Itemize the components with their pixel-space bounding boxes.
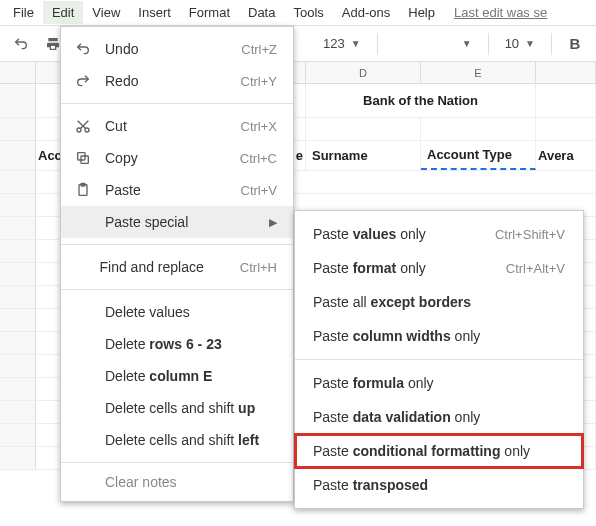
menu-insert[interactable]: Insert: [129, 1, 180, 24]
header-avera: Avera: [536, 141, 596, 170]
paste-special-submenu: Paste values only Ctrl+Shift+V Paste for…: [294, 210, 584, 509]
caret-down-icon: ▼: [525, 38, 535, 49]
font-size-select[interactable]: 10 ▼: [499, 36, 541, 51]
submenu-paste-values[interactable]: Paste values only Ctrl+Shift+V: [295, 217, 583, 251]
submenu-paste-transposed[interactable]: Paste transposed: [295, 468, 583, 502]
menu-find-replace-label: Find and replace: [100, 259, 204, 275]
submenu-paste-except-borders[interactable]: Paste all except borders: [295, 285, 583, 319]
menu-delete-shift-up[interactable]: Delete cells and shift up: [61, 392, 293, 424]
menu-undo-label: Undo: [105, 41, 205, 57]
menu-help[interactable]: Help: [399, 1, 444, 24]
menu-cut[interactable]: Cut Ctrl+X: [61, 110, 293, 142]
submenu-paste-values-shortcut: Ctrl+Shift+V: [495, 227, 565, 242]
menu-file[interactable]: File: [4, 1, 43, 24]
menu-edit[interactable]: Edit: [43, 1, 83, 24]
number-format-select[interactable]: 123 ▼: [317, 36, 367, 51]
copy-icon: [73, 150, 93, 166]
submenu-paste-format-shortcut: Ctrl+Alt+V: [506, 261, 565, 276]
menu-addons[interactable]: Add-ons: [333, 1, 399, 24]
submenu-paste-data-validation[interactable]: Paste data validation only: [295, 400, 583, 434]
menu-copy[interactable]: Copy Ctrl+C: [61, 142, 293, 174]
col-header-e[interactable]: E: [421, 62, 536, 83]
menu-delete-column[interactable]: Delete column E: [61, 360, 293, 392]
menu-delete-shift-left[interactable]: Delete cells and shift left: [61, 424, 293, 456]
last-edit-link[interactable]: Last edit was se: [454, 5, 547, 20]
menu-paste-label: Paste: [105, 182, 205, 198]
submenu-arrow-icon: ▶: [269, 216, 277, 229]
menu-delete-values[interactable]: Delete values: [61, 296, 293, 328]
menu-cut-label: Cut: [105, 118, 205, 134]
menu-undo-shortcut: Ctrl+Z: [241, 42, 277, 57]
header-surname: Surname: [306, 141, 421, 170]
submenu-paste-format[interactable]: Paste format only Ctrl+Alt+V: [295, 251, 583, 285]
svg-point-0: [77, 128, 81, 132]
sheet-title: Bank of the Nation: [306, 84, 536, 117]
svg-point-1: [85, 128, 89, 132]
col-header-d[interactable]: D: [306, 62, 421, 83]
menu-find-replace[interactable]: Find and replace Ctrl+H: [61, 251, 293, 283]
font-family-select[interactable]: ▼: [388, 38, 478, 49]
menu-delete-values-label: Delete values: [105, 304, 277, 320]
menu-clear-notes[interactable]: Clear notes: [61, 469, 293, 495]
menu-paste-shortcut: Ctrl+V: [241, 183, 277, 198]
menu-paste[interactable]: Paste Ctrl+V: [61, 174, 293, 206]
cut-icon: [73, 118, 93, 134]
submenu-paste-column-widths[interactable]: Paste column widths only: [295, 319, 583, 353]
menu-cut-shortcut: Ctrl+X: [241, 119, 277, 134]
menu-redo-shortcut: Ctrl+Y: [241, 74, 277, 89]
menu-paste-special[interactable]: Paste special ▶: [61, 206, 293, 238]
menu-delete-rows[interactable]: Delete rows 6 - 23: [61, 328, 293, 360]
menu-undo[interactable]: Undo Ctrl+Z: [61, 33, 293, 65]
header-account-type: Account Type: [421, 141, 536, 170]
undo-icon: [73, 41, 93, 57]
edit-menu: Undo Ctrl+Z Redo Ctrl+Y Cut Ctrl+X Copy …: [60, 26, 294, 502]
menu-tools[interactable]: Tools: [284, 1, 332, 24]
bold-button[interactable]: B: [562, 31, 588, 57]
menu-view[interactable]: View: [83, 1, 129, 24]
font-size-label: 10: [505, 36, 519, 51]
menu-redo-label: Redo: [105, 73, 205, 89]
undo-button[interactable]: [8, 31, 34, 57]
caret-down-icon: ▼: [462, 38, 472, 49]
submenu-paste-formula[interactable]: Paste formula only: [295, 366, 583, 400]
paste-icon: [73, 182, 93, 198]
menu-format[interactable]: Format: [180, 1, 239, 24]
menubar: File Edit View Insert Format Data Tools …: [0, 0, 596, 26]
menu-paste-special-label: Paste special: [105, 214, 237, 230]
menu-data[interactable]: Data: [239, 1, 284, 24]
menu-redo[interactable]: Redo Ctrl+Y: [61, 65, 293, 97]
menu-find-replace-shortcut: Ctrl+H: [240, 260, 277, 275]
undo-icon: [13, 36, 29, 52]
number-format-label: 123: [323, 36, 345, 51]
menu-copy-shortcut: Ctrl+C: [240, 151, 277, 166]
print-icon: [45, 36, 61, 52]
submenu-paste-conditional-formatting[interactable]: Paste conditional formatting only: [295, 434, 583, 468]
caret-down-icon: ▼: [351, 38, 361, 49]
menu-clear-notes-label: Clear notes: [105, 474, 277, 490]
redo-icon: [73, 73, 93, 89]
menu-copy-label: Copy: [105, 150, 204, 166]
